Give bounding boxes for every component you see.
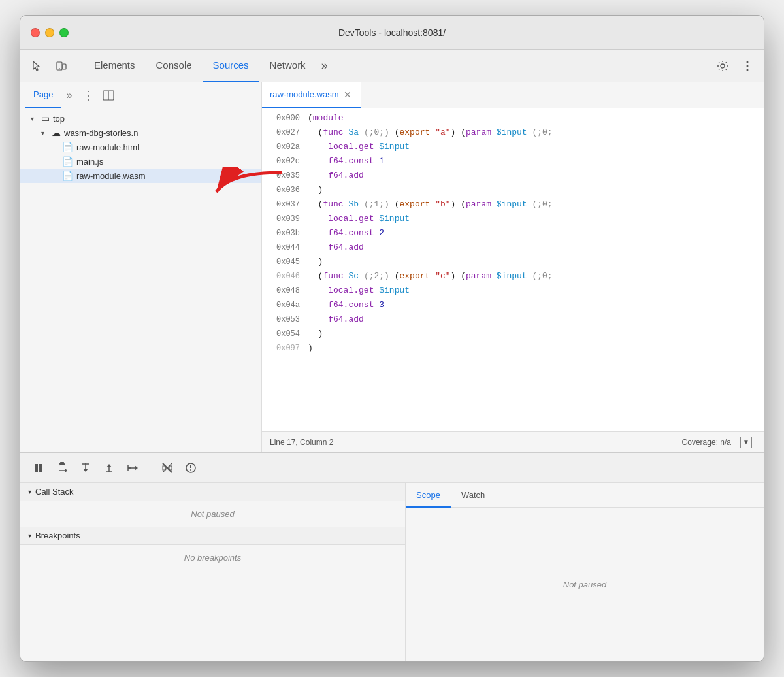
breakpoints-content: No breakpoints <box>20 545 405 570</box>
watch-tab[interactable]: Watch <box>451 483 495 508</box>
right-panel: raw-module.wasm ✕ 0x000(module0x027 (fun… <box>262 82 764 452</box>
scope-content: Not paused <box>406 508 764 661</box>
code-line[interactable]: 0x054 ) <box>262 327 764 341</box>
line-address: 0x097 <box>262 341 308 355</box>
close-button[interactable] <box>31 28 40 37</box>
code-line[interactable]: 0x097) <box>262 341 764 355</box>
line-address: 0x03b <box>262 226 308 240</box>
svg-marker-16 <box>83 469 88 472</box>
tree-item-top[interactable]: ▾ ▭ top <box>20 111 261 125</box>
svg-point-3 <box>721 64 725 68</box>
tree-item-wasm[interactable]: ▶ 📄 raw-module.wasm <box>20 169 261 183</box>
line-address: 0x027 <box>262 125 308 140</box>
minimize-button[interactable] <box>45 28 54 37</box>
js-file-icon: 📄 <box>62 156 73 167</box>
maximize-button[interactable] <box>59 28 69 37</box>
panel-tab-more[interactable]: » <box>63 90 74 101</box>
tree-item-html[interactable]: ▶ 📄 raw-module.html <box>20 140 261 154</box>
code-line[interactable]: 0x045 ) <box>262 255 764 269</box>
main-toolbar: Elements Console Sources Network » <box>20 50 764 82</box>
window-controls <box>31 28 69 37</box>
line-address: 0x037 <box>262 197 308 212</box>
step-long-icon <box>127 462 139 474</box>
code-line[interactable]: 0x03b f64.const 2 <box>262 226 764 240</box>
code-line[interactable]: 0x048 local.get $input <box>262 284 764 298</box>
code-line[interactable]: 0x04a f64.const 3 <box>262 298 764 312</box>
more-options-button[interactable] <box>736 55 759 77</box>
code-line[interactable]: 0x039 local.get $input <box>262 212 764 226</box>
call-stack-label: Call Stack <box>35 487 74 497</box>
code-line[interactable]: 0x037 (func $b (;1;) (export "b") (param… <box>262 197 764 212</box>
editor-tabs: raw-module.wasm ✕ <box>262 82 764 108</box>
deactivate-button[interactable] <box>180 457 201 478</box>
tree-label-wasm: raw-module.wasm <box>76 171 145 181</box>
code-line[interactable]: 0x027 (func $a (;0;) (export "a") (param… <box>262 125 764 140</box>
tree-item-wasm-origin[interactable]: ▾ ☁ wasm-dbg-stories.n <box>20 125 261 140</box>
pause-icon <box>33 463 44 473</box>
tab-network[interactable]: Network <box>259 50 316 82</box>
main-tabs: Elements Console Sources Network » <box>84 50 709 82</box>
frame-icon: ▭ <box>41 113 50 124</box>
more-tabs-button[interactable]: » <box>316 59 333 73</box>
call-stack-empty: Not paused <box>191 509 235 519</box>
code-line[interactable]: 0x044 f64.add <box>262 240 764 255</box>
tab-console[interactable]: Console <box>146 50 203 82</box>
line-address: 0x053 <box>262 312 308 327</box>
line-content: f64.const 1 <box>308 154 764 169</box>
line-content: ) <box>308 341 764 355</box>
scope-watch-tabs: Scope Watch <box>406 483 764 508</box>
content-wrapper: Page » ⋮ ▾ ▭ <box>20 82 764 452</box>
pause-button[interactable] <box>28 457 49 478</box>
line-content: f64.const 3 <box>308 298 764 312</box>
step-long-button[interactable] <box>122 457 143 478</box>
toolbar-right <box>711 55 759 77</box>
scope-tab[interactable]: Scope <box>406 483 451 508</box>
settings-button[interactable] <box>711 55 734 77</box>
editor-tab-wasm[interactable]: raw-module.wasm ✕ <box>262 82 361 108</box>
line-address: 0x054 <box>262 327 308 341</box>
step-into-button[interactable] <box>75 457 96 478</box>
html-file-icon: 📄 <box>62 142 73 152</box>
tab-elements[interactable]: Elements <box>84 50 146 82</box>
tree-item-js[interactable]: ▶ 📄 main.js <box>20 154 261 169</box>
panel-menu-button[interactable]: ⋮ <box>80 86 97 105</box>
scope-empty: Not paused <box>563 580 607 589</box>
editor-tab-close[interactable]: ✕ <box>342 88 353 101</box>
code-line[interactable]: 0x02c f64.const 1 <box>262 154 764 169</box>
select-tool-button[interactable] <box>25 55 48 77</box>
main-content: Page » ⋮ ▾ ▭ <box>20 82 764 452</box>
call-stack-arrow: ▾ <box>28 488 31 495</box>
code-line[interactable]: 0x000(module <box>262 111 764 125</box>
bottom-area: ▾ Call Stack Not paused ▾ Breakpoints No… <box>20 452 764 661</box>
code-area[interactable]: 0x000(module0x027 (func $a (;0;) (export… <box>262 108 764 431</box>
step-into-icon <box>80 462 91 474</box>
svg-marker-19 <box>106 464 112 467</box>
page-tab[interactable]: Page <box>25 82 61 108</box>
call-stack-header[interactable]: ▾ Call Stack <box>20 483 405 501</box>
code-line[interactable]: 0x035 f64.add <box>262 169 764 183</box>
tab-sources[interactable]: Sources <box>203 50 259 82</box>
devtools-window: DevTools - localhost:8081/ Elements Cons… <box>20 15 764 662</box>
line-content: f64.add <box>308 169 764 183</box>
svg-rect-11 <box>39 464 42 472</box>
line-address: 0x02a <box>262 140 308 154</box>
device-toolbar-button[interactable] <box>50 55 73 77</box>
code-line[interactable]: 0x053 f64.add <box>262 312 764 327</box>
call-stack-content: Not paused <box>20 501 405 527</box>
svg-point-6 <box>747 69 749 71</box>
step-over-button[interactable] <box>52 457 73 478</box>
line-address: 0x045 <box>262 255 308 269</box>
step-over-icon <box>56 462 68 474</box>
code-line[interactable]: 0x036 ) <box>262 183 764 197</box>
window-title: DevTools - localhost:8081/ <box>338 27 446 38</box>
blackbox-button[interactable] <box>157 457 178 478</box>
status-bar: Line 17, Column 2 Coverage: n/a ▼ <box>262 431 764 452</box>
breakpoints-header[interactable]: ▾ Breakpoints <box>20 527 405 545</box>
split-view-button[interactable] <box>99 86 118 105</box>
code-line[interactable]: 0x046 (func $c (;2;) (export "c") (param… <box>262 269 764 284</box>
line-address: 0x036 <box>262 183 308 197</box>
step-out-button[interactable] <box>99 457 120 478</box>
coverage-button[interactable]: ▼ <box>736 435 756 450</box>
line-content: (func $c (;2;) (export "c") (param $inpu… <box>308 269 764 284</box>
code-line[interactable]: 0x02a local.get $input <box>262 140 764 154</box>
